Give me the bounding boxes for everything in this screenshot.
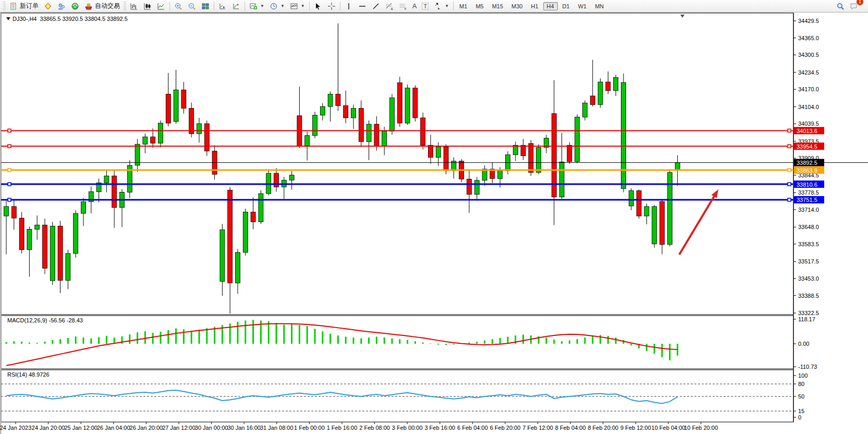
tab-timeframe-m30[interactable]: M30 [508, 2, 526, 10]
price-tick-label: 33322.5 [798, 310, 819, 316]
data-window-button[interactable] [55, 0, 68, 12]
candle-body [305, 136, 310, 146]
indicator-window-icon [218, 2, 227, 10]
candle-body [629, 191, 633, 206]
bar-chart-button[interactable] [127, 0, 141, 12]
price-tick-label: 34104.0 [798, 104, 819, 110]
line-anchor-handle[interactable] [8, 198, 11, 201]
tile-windows-button[interactable] [199, 0, 212, 12]
candle-body [521, 146, 525, 156]
vertical-line-icon [345, 2, 353, 10]
line-anchor-handle[interactable] [8, 183, 11, 186]
notifications-button[interactable]: 1 [847, 0, 861, 12]
candle-body [621, 82, 626, 188]
candle-body [35, 225, 40, 229]
tab-timeframe-h1[interactable]: H1 [527, 2, 542, 10]
rsi-axis-label: 0 [798, 414, 801, 420]
zoom-in-button[interactable] [172, 0, 185, 12]
candle-body [112, 176, 117, 208]
line-anchor-handle[interactable] [788, 168, 791, 172]
text-label-tool-button[interactable]: T [419, 0, 431, 12]
text-tool-button[interactable]: A [410, 0, 420, 12]
candlestick-chart-icon [143, 2, 152, 10]
price-tick-label: 34365.0 [798, 35, 819, 41]
template-button[interactable]: ▼ [287, 0, 308, 12]
crosshair-icon [327, 2, 336, 10]
candle-body [359, 108, 363, 142]
autotrading-button[interactable]: 自动交易 [82, 0, 123, 12]
line-anchor-handle[interactable] [8, 144, 11, 148]
chart-canvas[interactable]: 34429.534365.034300.534234.534170.034104… [0, 13, 868, 434]
template-caret: ▼ [301, 4, 305, 8]
candle-body [174, 90, 178, 122]
candle-body [11, 207, 16, 218]
channel-tool-button[interactable]: F [396, 0, 410, 12]
time-axis-label: 6 Feb 04:00 [457, 425, 488, 431]
candle-body [397, 83, 402, 123]
search-button[interactable] [834, 0, 847, 12]
tab-timeframe-mn[interactable]: MN [591, 2, 607, 10]
line-anchor-handle[interactable] [788, 183, 791, 186]
candle-body [320, 106, 325, 115]
indicator-add-button[interactable] [229, 0, 243, 12]
candle-body [236, 252, 240, 283]
new-order-icon [9, 2, 18, 10]
zoom-out-icon [188, 2, 196, 10]
line-chart-button[interactable] [154, 0, 168, 12]
time-axis-label: 2 Feb 08:00 [359, 425, 390, 431]
fibonacci-tool-button[interactable]: E [383, 0, 396, 12]
time-axis-label: 26 Jan 20:00 [130, 425, 163, 431]
period-button[interactable]: ▼ [267, 0, 287, 12]
price-tick-label: 34234.5 [798, 69, 819, 76]
clock-icon [270, 2, 278, 10]
candle-body [243, 212, 248, 252]
candlestick-chart-button[interactable] [141, 0, 154, 12]
market-watch-icon [44, 2, 52, 10]
new-chart-button[interactable]: ▼ [247, 0, 267, 12]
tab-timeframe-d1[interactable]: D1 [559, 2, 573, 10]
line-chart-icon [157, 2, 165, 10]
trendline-tool-button[interactable] [369, 0, 383, 12]
toolbar-grip[interactable] [124, 2, 126, 10]
candle-body [81, 202, 86, 213]
line-anchor-handle[interactable] [788, 129, 791, 132]
tab-timeframe-m15[interactable]: M15 [488, 2, 507, 10]
time-axis-label: 27 Jan 12:00 [162, 425, 195, 431]
left-splitter[interactable] [0, 13, 2, 434]
line-anchor-handle[interactable] [8, 129, 11, 132]
price-tick-label: 34300.5 [798, 52, 819, 58]
tab-timeframe-m5[interactable]: M5 [472, 2, 487, 10]
zoom-out-button[interactable] [185, 0, 199, 12]
shapes-tool-button[interactable]: ▼ [431, 0, 451, 12]
new-order-button[interactable]: 新订单 [7, 0, 41, 12]
tab-timeframe-h4[interactable]: H4 [543, 2, 558, 10]
candle-body [328, 94, 333, 106]
chart-window[interactable]: 34429.534365.034300.534234.534170.034104… [0, 13, 868, 434]
line-anchor-handle[interactable] [788, 144, 791, 148]
candle-body [575, 117, 580, 161]
vertical-line-tool-button[interactable] [342, 0, 356, 12]
cursor-tool-button[interactable] [311, 0, 325, 12]
candle-body [436, 147, 441, 158]
horizontal-line-icon [358, 2, 366, 10]
tab-timeframe-m1[interactable]: M1 [456, 2, 471, 10]
horizontal-line-tool-button[interactable] [356, 0, 369, 12]
price-line-label-text: 34013.6 [797, 128, 817, 134]
crosshair-tool-button[interactable] [325, 0, 338, 12]
candle-body [675, 163, 680, 170]
time-axis-label: 7 Feb 12:00 [522, 425, 553, 431]
line-anchor-handle[interactable] [788, 198, 791, 201]
rsi-axis-label: 50 [798, 393, 804, 400]
template-icon [290, 2, 298, 10]
candle-body [344, 106, 348, 118]
indicator-window-button[interactable] [216, 0, 229, 12]
navigator-button[interactable] [68, 0, 82, 12]
candle-body [58, 226, 63, 280]
time-axis-label: 26 Jan 04:00 [97, 425, 130, 431]
time-axis-label: 24 Jan 20:00 [32, 425, 65, 431]
market-watch-button[interactable] [41, 0, 55, 12]
toolbar-grip[interactable] [3, 2, 6, 10]
time-axis-label: 8 Feb 04:00 [555, 425, 586, 431]
tab-timeframe-w1[interactable]: W1 [574, 2, 591, 10]
line-anchor-handle[interactable] [8, 168, 11, 172]
